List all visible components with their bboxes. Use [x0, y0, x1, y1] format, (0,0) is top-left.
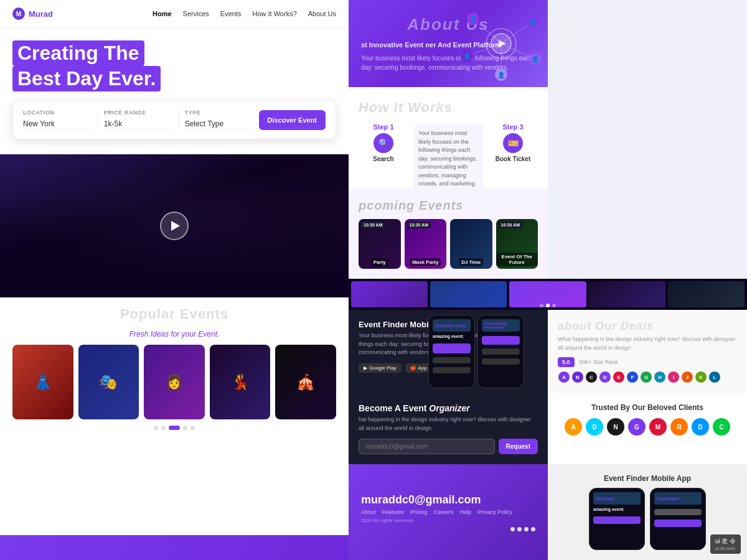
footer-features[interactable]: Features [382, 509, 405, 515]
price-label: PRICE RANGE [104, 110, 172, 116]
svg-text:👤: 👤 [463, 52, 471, 60]
avatar-1: A [558, 371, 570, 383]
dot-1[interactable] [154, 426, 158, 430]
subtitle-highlight: Event. [198, 330, 219, 338]
top-photo-2 [430, 281, 507, 307]
event-card-4[interactable]: 💃 [210, 345, 271, 419]
organizer-email-input[interactable] [359, 439, 495, 454]
svg-text:👤: 👤 [532, 55, 540, 63]
client-logo-7: D [692, 418, 709, 436]
dot-5[interactable] [190, 426, 195, 430]
phone-bottom-1: Discover amazing event. [589, 488, 645, 550]
footer-cta: muraddc0@gmail.com About Features Pricin… [349, 464, 548, 560]
dot-3-active[interactable] [169, 426, 180, 430]
phone-mock-1: Discover most amazing event. [428, 315, 475, 388]
footer-dot-4[interactable] [531, 527, 535, 531]
top-dots [540, 304, 556, 307]
top-photo-1 [351, 281, 428, 307]
phone-mockups: Discover most amazing event. Successfull… [423, 310, 548, 393]
event-label-2: Mask Party [410, 258, 441, 266]
nav-home[interactable]: Home [153, 10, 172, 17]
upcoming-title: pcoming Events [359, 198, 538, 213]
dot-2[interactable] [161, 426, 166, 430]
logo-text: Murad [29, 9, 53, 19]
phone-bottom-2: Purchased [650, 488, 706, 550]
footer-help[interactable]: Help [460, 509, 472, 515]
request-button[interactable]: Request [499, 439, 538, 454]
location-label: LOCATION [23, 110, 91, 116]
footer-privacy[interactable]: Privacy Policy [477, 509, 512, 515]
navbar-logo[interactable]: M Murad [12, 7, 53, 20]
app-promo-section: Event Finder Mobile App Your business mo… [349, 310, 548, 393]
footer-dot-3[interactable] [524, 527, 529, 531]
event-card-3[interactable]: 👩 [144, 345, 205, 419]
bottom-purple-bar [0, 535, 349, 560]
avatar-5: E [613, 371, 625, 383]
top-dot-2[interactable] [546, 304, 550, 307]
client-logo-5: M [649, 418, 667, 436]
price-select[interactable]: 1k-5k [104, 118, 172, 130]
client-logos: A D N G M R D C [558, 418, 737, 436]
popular-subtitle: Fresh Ideas for your Event. [12, 330, 336, 338]
left-panel: M Murad Home Services Events How It Work… [0, 0, 349, 560]
type-select[interactable]: Select Type [185, 118, 253, 130]
hero-title: Creating The Best Day Ever. [12, 40, 336, 91]
trusted-title: Trusted By Our Beloved Clients [558, 403, 737, 412]
event-card-5[interactable]: 🎪 [275, 345, 336, 419]
step-1-label: Step 1 [359, 123, 408, 131]
discover-button[interactable]: Discover Event [259, 110, 326, 130]
phone-header-2: Successfully Purchased [482, 319, 520, 332]
nav-how-it-works[interactable]: How It Works? [252, 10, 296, 17]
nav-events[interactable]: Events [220, 10, 242, 17]
event-card-2[interactable]: 🎭 [78, 345, 139, 419]
video-section [0, 154, 349, 297]
footer-dot-2[interactable] [517, 527, 522, 531]
right-panel: About Us st Innovative Event ner And Eve… [349, 0, 747, 560]
how-title: How It Works [359, 100, 538, 116]
footer-pricing[interactable]: Pricing [410, 509, 428, 515]
hero-line1: Creating The [12, 40, 144, 66]
time-badge-1: 10:30 AM [361, 222, 385, 228]
nav-about[interactable]: About Us [308, 10, 336, 17]
step-1-name: Search [359, 156, 408, 162]
upcoming-event-1[interactable]: 10:30 AM Party [359, 219, 401, 269]
upcoming-event-4[interactable]: 10:30 AM Event Of The Future [496, 219, 538, 269]
avatar-7: G [640, 371, 652, 383]
search-bar: LOCATION New York PRICE RANGE 1k-5k TYPE [12, 100, 336, 139]
how-section: How It Works Step 1 🔍 Search Your busine… [349, 87, 548, 189]
events-grid: 👗 🎭 👩 💃 [12, 345, 336, 419]
app-bottom-title: Event Finder Mobile App [604, 474, 691, 483]
step-3-icon: 🎫 [503, 133, 523, 153]
footer-links: About Features Pricing Careers Help Priv… [361, 509, 535, 515]
client-logo-amazon: A [565, 418, 582, 436]
steps-row: Step 1 🔍 Search Your business most likel… [359, 123, 538, 189]
phone-text-1: amazing event. [433, 334, 471, 339]
rating-badge: 5.0 [558, 357, 575, 367]
footer-dots [361, 527, 535, 531]
top-photos-row [349, 279, 747, 310]
upcoming-event-3[interactable]: DJ Time [450, 219, 492, 269]
footer-about[interactable]: About [361, 509, 376, 515]
nav-services[interactable]: Services [183, 10, 209, 17]
footer-careers[interactable]: Careers [434, 509, 454, 515]
avatar-row: A B C D E F G H I J K L [558, 371, 737, 383]
event-card-1[interactable]: 👗 [12, 345, 73, 419]
upcoming-event-2[interactable]: 10:30 AM Mask Party [405, 219, 447, 269]
play-button[interactable] [160, 212, 189, 240]
google-play-badge[interactable]: ▶ Google Play [359, 363, 402, 373]
dot-4[interactable] [183, 426, 187, 430]
step-1-icon: 🔍 [374, 133, 393, 153]
top-dot-3[interactable] [552, 304, 556, 307]
footer-dot-1[interactable] [510, 527, 515, 531]
step-center-card: Your business most likely focuses on the… [413, 123, 483, 189]
avatar-4: D [599, 371, 611, 383]
network-diagram: 👤 👤 👤 👤 👤 [461, 6, 542, 81]
client-logo-8: C [713, 418, 730, 436]
type-label: TYPE [185, 110, 253, 116]
divider-1 [97, 110, 98, 129]
upcoming-section: pcoming Events 10:30 AM Party 10:30 AM M… [349, 189, 548, 279]
top-dot-1[interactable] [540, 304, 543, 307]
location-select[interactable]: New York [23, 118, 91, 130]
top-photo-5 [668, 281, 745, 307]
google-play-label: Google Play [369, 365, 397, 371]
